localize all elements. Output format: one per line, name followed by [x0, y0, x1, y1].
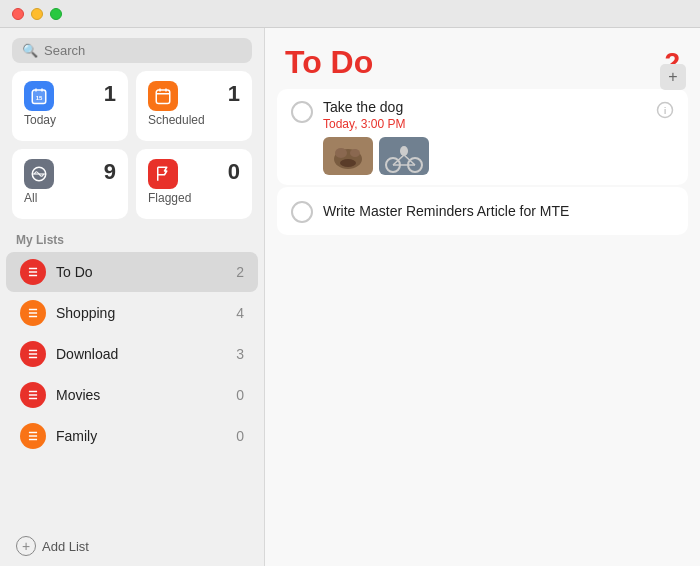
flagged-count: 0 — [228, 159, 240, 185]
main-content: To Do 2 Take the dog Today, 3:00 PM — [265, 28, 700, 566]
fullscreen-button[interactable] — [50, 8, 62, 20]
traffic-lights — [12, 8, 62, 20]
task-content: Write Master Reminders Article for MTE — [323, 203, 674, 219]
family-list-count: 0 — [236, 428, 244, 444]
movies-list-count: 0 — [236, 387, 244, 403]
task-date: Today, 3:00 PM — [323, 117, 646, 131]
task-list: Take the dog Today, 3:00 PM — [265, 89, 700, 566]
smart-lists-grid: 15 1 Today 1 Scheduled — [0, 71, 264, 227]
today-icon: 15 — [24, 81, 54, 111]
shopping-list-name: Shopping — [56, 305, 236, 321]
flagged-icon — [148, 159, 178, 189]
sidebar-item-todo[interactable]: To Do 2 — [6, 252, 258, 292]
task-content: Take the dog Today, 3:00 PM — [323, 99, 646, 175]
task-title: Take the dog — [323, 99, 646, 115]
smart-card-header-flagged: 0 — [148, 159, 240, 189]
search-input[interactable] — [44, 43, 242, 58]
minimize-button[interactable] — [31, 8, 43, 20]
svg-point-30 — [340, 159, 356, 167]
add-list-label: Add List — [42, 539, 89, 554]
shopping-list-icon — [20, 300, 46, 326]
sidebar-item-family[interactable]: Family 0 — [6, 416, 258, 456]
task-item[interactable]: Write Master Reminders Article for MTE — [277, 187, 688, 235]
download-list-name: Download — [56, 346, 236, 362]
svg-point-28 — [335, 148, 347, 158]
task-thumbnail-2 — [379, 137, 429, 175]
scheduled-icon — [148, 81, 178, 111]
all-label: All — [24, 191, 116, 205]
close-button[interactable] — [12, 8, 24, 20]
app-body: 🔍 15 1 Today 1 — [0, 28, 700, 566]
add-list-button[interactable]: + Add List — [0, 526, 264, 566]
svg-text:15: 15 — [36, 95, 43, 101]
all-icon — [24, 159, 54, 189]
download-list-icon — [20, 341, 46, 367]
page-title: To Do — [285, 44, 373, 81]
search-icon: 🔍 — [22, 43, 38, 58]
smart-card-header-scheduled: 1 — [148, 81, 240, 111]
main-header: To Do 2 — [265, 28, 700, 89]
sidebar: 🔍 15 1 Today 1 — [0, 28, 265, 566]
svg-point-29 — [350, 149, 360, 157]
movies-list-icon — [20, 382, 46, 408]
today-label: Today — [24, 113, 116, 127]
todo-list-icon — [20, 259, 46, 285]
task-item[interactable]: Take the dog Today, 3:00 PM — [277, 89, 688, 185]
todo-list-count: 2 — [236, 264, 244, 280]
search-bar[interactable]: 🔍 — [12, 38, 252, 63]
task-thumbnail-1 — [323, 137, 373, 175]
smart-list-today[interactable]: 15 1 Today — [12, 71, 128, 141]
sidebar-item-download[interactable]: Download 3 — [6, 334, 258, 374]
list-items-container: To Do 2 Shopping 4 Download 3 — [0, 251, 264, 526]
task-checkbox[interactable] — [291, 201, 313, 223]
flagged-label: Flagged — [148, 191, 240, 205]
scheduled-label: Scheduled — [148, 113, 240, 127]
svg-point-35 — [400, 146, 408, 156]
add-task-button[interactable]: + — [660, 64, 686, 90]
smart-list-flagged[interactable]: 0 Flagged — [136, 149, 252, 219]
todo-list-name: To Do — [56, 264, 236, 280]
smart-card-header-today: 15 1 — [24, 81, 116, 111]
smart-list-all[interactable]: 9 All — [12, 149, 128, 219]
svg-rect-5 — [156, 90, 170, 104]
task-info-button[interactable]: i — [656, 101, 674, 124]
add-list-plus-icon: + — [16, 536, 36, 556]
smart-card-header-all: 9 — [24, 159, 116, 189]
scheduled-count: 1 — [228, 81, 240, 107]
main-content-wrapper: + To Do 2 Take the dog Today, 3:00 PM — [265, 28, 700, 566]
svg-text:i: i — [664, 105, 667, 116]
add-task-plus-icon: + — [668, 68, 677, 86]
movies-list-name: Movies — [56, 387, 236, 403]
task-checkbox[interactable] — [291, 101, 313, 123]
sidebar-item-movies[interactable]: Movies 0 — [6, 375, 258, 415]
task-thumbnails — [323, 137, 646, 175]
family-list-icon — [20, 423, 46, 449]
all-count: 9 — [104, 159, 116, 185]
shopping-list-count: 4 — [236, 305, 244, 321]
my-lists-header: My Lists — [0, 227, 264, 251]
smart-list-scheduled[interactable]: 1 Scheduled — [136, 71, 252, 141]
sidebar-item-shopping[interactable]: Shopping 4 — [6, 293, 258, 333]
download-list-count: 3 — [236, 346, 244, 362]
title-bar — [0, 0, 700, 28]
today-count: 1 — [104, 81, 116, 107]
family-list-name: Family — [56, 428, 236, 444]
task-title: Write Master Reminders Article for MTE — [323, 203, 674, 219]
